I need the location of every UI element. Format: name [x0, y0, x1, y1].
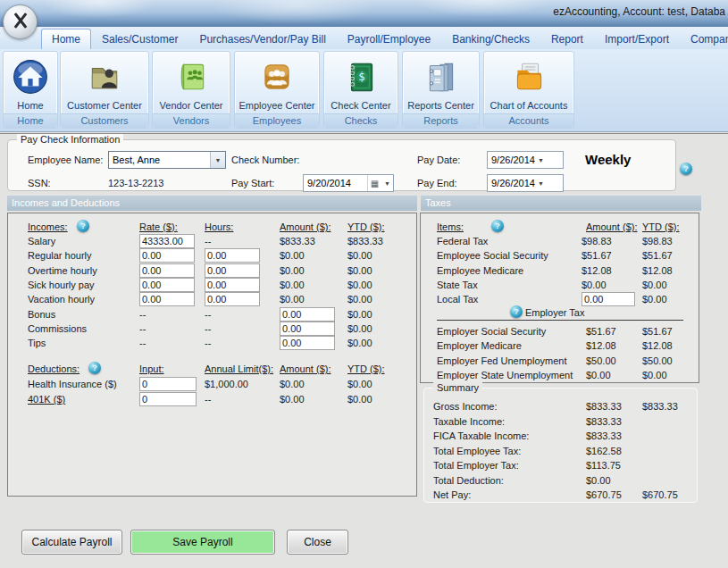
- salary-ytd: $833.33: [347, 236, 383, 246]
- commissions-label: Commissions: [28, 323, 87, 334]
- taxes-help-icon[interactable]: ?: [491, 220, 504, 232]
- employee-name-label: Employee Name:: [28, 155, 103, 165]
- 401k-input[interactable]: [139, 392, 197, 406]
- paycheck-info-groupbox: Pay Check Information Employee Name: Bes…: [7, 139, 676, 191]
- tab-home[interactable]: Home: [41, 29, 91, 49]
- health-insurance-ytd: $0.00: [347, 379, 372, 389]
- reports-center-button[interactable]: Reports Center: [403, 52, 479, 113]
- employee-social-security-ytd: $51.67: [642, 250, 673, 261]
- tab-payroll-employee[interactable]: Payroll/Employee: [337, 29, 441, 49]
- local-tax-label: Local Tax: [437, 294, 478, 305]
- taxes-panel: Items:Amount ($):YTD ($):?Federal Tax$98…: [420, 213, 699, 383]
- home-label: Home: [15, 99, 45, 113]
- employer-state-unemployment-amount: $0.00: [586, 370, 611, 380]
- ssn-value: 123-13-2213: [108, 178, 163, 188]
- vacation-hourly-hours-input[interactable]: [205, 292, 260, 306]
- check-book-icon: $: [342, 52, 380, 99]
- gross-income-label: Gross Income:: [433, 401, 498, 412]
- tips-ytd: $0.00: [347, 338, 372, 348]
- local-tax-amount-input[interactable]: [582, 292, 635, 306]
- tab-import-export[interactable]: Import/Export: [594, 29, 680, 49]
- summary-title: Summary: [433, 382, 482, 393]
- employee-center-button[interactable]: Employee Center: [235, 52, 319, 113]
- reports-center-label: Reports Center: [406, 99, 476, 113]
- vendor-center-group: Vendor CenterVendors: [152, 51, 230, 129]
- check-center-label: Check Center: [329, 99, 392, 113]
- employer-medicare-ytd: $12.08: [642, 340, 673, 351]
- pay-start-picker[interactable]: 9/20/2014 ▦ ▼: [303, 174, 394, 192]
- calendar-icon: ▦: [367, 175, 381, 191]
- tab-company[interactable]: Company: [680, 29, 728, 49]
- checks-group-caption: Checks: [324, 113, 397, 128]
- sick-hourly-pay-label: Sick hourly pay: [28, 280, 95, 290]
- vacation-hourly-amount-value: $0.00: [280, 294, 305, 305]
- deductions-help-icon[interactable]: ?: [88, 362, 101, 374]
- pay-end-select[interactable]: 9/26/2014 ▼: [487, 174, 564, 192]
- gross-income-ytd: $833.33: [642, 401, 678, 412]
- save-payroll-button[interactable]: Save Payroll: [130, 530, 275, 555]
- commissions-amount-input[interactable]: [280, 322, 335, 336]
- employer-fed-unemployment-amount: $50.00: [586, 355, 616, 366]
- pay-end-value: 9/26/2014: [491, 178, 535, 188]
- salary-amount-value: $833.33: [280, 236, 315, 246]
- pay-end-label: Pay End:: [417, 178, 457, 188]
- vacation-hourly-rate-input[interactable]: [139, 292, 195, 306]
- calculate-payroll-button[interactable]: Calculate Payroll: [21, 530, 122, 555]
- employer-social-security-amount: $51.67: [586, 326, 616, 337]
- employer-medicare-amount: $12.08: [586, 340, 616, 351]
- close-button[interactable]: Close: [287, 530, 348, 555]
- sick-hourly-pay-rate-input[interactable]: [139, 278, 195, 292]
- local-tax-ytd: $0.00: [642, 294, 667, 305]
- sick-hourly-pay-ytd: $0.00: [347, 280, 372, 290]
- home-group: HomeHome: [3, 51, 58, 129]
- vacation-hourly-ytd: $0.00: [347, 294, 372, 305]
- tab-purchases-vendor-pay-bill[interactable]: Purchases/Vendor/Pay Bill: [188, 29, 336, 49]
- employee-name-select[interactable]: Best, Anne ▼: [108, 151, 226, 169]
- employer-tax-help-icon[interactable]: ?: [510, 305, 523, 318]
- menu-tab-bar: HomeSales/CustomerPurchases/Vendor/Pay B…: [0, 27, 728, 49]
- employee-name-value: Best, Anne: [113, 155, 160, 165]
- pay-frequency-label: Weekly: [585, 152, 631, 167]
- commissions-hours-value: --: [205, 323, 211, 334]
- employee-social-security-amount-value: $51.67: [582, 250, 612, 261]
- tab-banking-checks[interactable]: Banking/Checks: [441, 29, 540, 49]
- tips-amount-input[interactable]: [280, 336, 335, 350]
- health-insurance-amount: $0.00: [280, 379, 305, 389]
- regular-hourly-amount-value: $0.00: [280, 250, 305, 261]
- overtime-hourly-hours-input[interactable]: [205, 263, 260, 278]
- employee-medicare-amount-value: $12.08: [582, 265, 612, 276]
- salary-rate-input[interactable]: [139, 234, 195, 248]
- gross-income-amount: $833.33: [586, 401, 622, 412]
- overtime-hourly-rate-input[interactable]: [139, 263, 195, 278]
- sick-hourly-pay-hours-input[interactable]: [205, 278, 260, 292]
- customer-center-button[interactable]: Customer Center: [61, 52, 148, 113]
- home-button[interactable]: Home: [4, 52, 57, 113]
- health-insurance-input[interactable]: [139, 377, 197, 391]
- tab-report[interactable]: Report: [540, 29, 594, 49]
- regular-hourly-hours-input[interactable]: [205, 248, 260, 263]
- main-content: Pay Check Information Employee Name: Bes…: [0, 133, 728, 568]
- ribbon-toolbar: HomeHomeCustomer CenterCustomersVendor C…: [0, 49, 728, 132]
- bonus-ytd: $0.00: [347, 309, 372, 320]
- regular-hourly-ytd: $0.00: [347, 250, 372, 261]
- pay-date-select[interactable]: 9/26/2014 ▼: [487, 151, 564, 169]
- incomes-col-incomes: Incomes:: [28, 221, 68, 232]
- vendor-center-button[interactable]: Vendor Center: [153, 52, 230, 113]
- state-tax-ytd: $0.00: [642, 280, 667, 290]
- 401k-ytd: $0.00: [347, 394, 372, 405]
- chart-of-accounts-button[interactable]: Chart of Accounts: [484, 52, 573, 113]
- customer-center-label: Customer Center: [65, 99, 144, 113]
- total-deduction-label: Total Deduction:: [433, 475, 504, 486]
- check-center-button[interactable]: $Check Center: [324, 52, 397, 113]
- app-menu-button[interactable]: [3, 4, 38, 39]
- 401k-label[interactable]: 401K ($): [28, 394, 65, 405]
- deductions-col-ytd: YTD ($):: [347, 363, 385, 374]
- deductions-col-deductions: Deductions:: [28, 363, 79, 374]
- incomes-help-icon[interactable]: ?: [77, 220, 89, 232]
- regular-hourly-rate-input[interactable]: [139, 248, 195, 263]
- state-tax-label: State Tax: [437, 280, 478, 290]
- bonus-amount-input[interactable]: [280, 307, 335, 322]
- tab-sales-customer[interactable]: Sales/Customer: [91, 29, 188, 49]
- tips-label: Tips: [28, 338, 46, 348]
- paycheck-help-icon[interactable]: ?: [680, 163, 692, 175]
